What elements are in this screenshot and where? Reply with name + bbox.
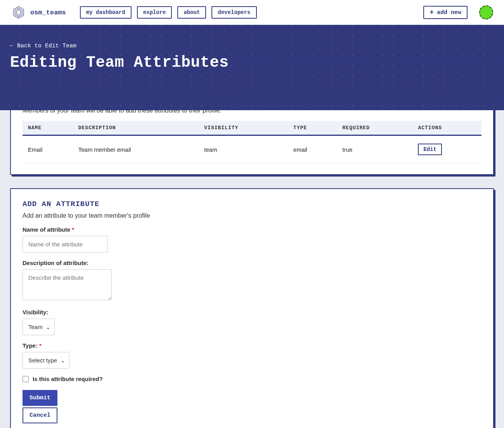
cell-actions: Edit [412,135,481,163]
name-label-text: Name of attribute [23,226,70,233]
nav-links: my dashboard explore about developers [80,6,257,19]
card-add-attribute: ADD AN ATTRIBUTE Add an attribute to you… [10,188,494,428]
name-input[interactable] [23,236,108,253]
edit-button[interactable]: Edit [418,144,442,155]
desc-label: Description of attribute: [23,260,481,266]
required-checkbox[interactable] [23,376,29,382]
cancel-button[interactable]: Cancel [23,407,57,423]
cell-required: true [337,135,413,163]
type-select-wrap[interactable]: Select type ⌄ [23,352,69,369]
back-link[interactable]: ← Back to Edit Team [10,43,76,49]
content: CURRENT ATTRIBUTES Members of your team … [0,83,504,428]
col-type: TYPE [288,121,337,135]
col-required: REQUIRED [337,121,413,135]
cell-visibility: team [199,135,288,163]
brand-lockup[interactable]: osm_teams [11,5,66,20]
type-label-text: Type: [23,342,38,349]
visibility-select[interactable]: Team [23,319,54,335]
add-new-button[interactable]: + add new [423,6,468,19]
topbar: osm_teams my dashboard explore about dev… [0,0,504,25]
nav-developers[interactable]: developers [211,6,256,19]
nav-explore[interactable]: explore [137,6,172,19]
required-asterisk: * [39,342,42,349]
submit-button[interactable]: Submit [23,390,57,406]
add-heading: ADD AN ATTRIBUTE [23,200,481,208]
cell-type: email [288,135,337,163]
logo-icon [11,5,26,20]
desc-textarea[interactable] [23,269,112,300]
brand-text: osm_teams [30,9,66,16]
visibility-select-wrap[interactable]: Team ⌄ [23,319,55,335]
nav-dashboard[interactable]: my dashboard [80,6,132,19]
required-asterisk: * [72,226,74,233]
attributes-table: NAME DESCRIPTION VISIBILITY TYPE REQUIRE… [23,121,481,163]
nav-about[interactable]: about [177,6,206,19]
type-label: Type: * [23,342,481,349]
avatar[interactable] [479,5,493,19]
col-visibility: VISIBILITY [199,121,288,135]
add-new-label: add new [437,9,461,16]
type-select[interactable]: Select type [23,352,69,368]
required-checkbox-label: Is this attribute required? [33,376,103,382]
svg-marker-1 [15,8,22,17]
cell-name: Email [23,135,73,163]
hero: ← Back to Edit Team Editing Team Attribu… [0,25,504,110]
add-subtitle: Add an attribute to your team member's p… [23,212,481,219]
col-description: DESCRIPTION [73,121,199,135]
col-name: NAME [23,121,73,135]
visibility-label: Visibility: [23,309,481,315]
name-label: Name of attribute * [23,226,481,233]
col-actions: ACTIONS [412,121,481,135]
table-row: Email Team member email team email true … [23,135,481,163]
page-title: Editing Team Attributes [10,54,494,71]
cell-description: Team member email [73,135,199,163]
plus-icon: + [430,9,434,16]
svg-marker-2 [17,10,21,15]
